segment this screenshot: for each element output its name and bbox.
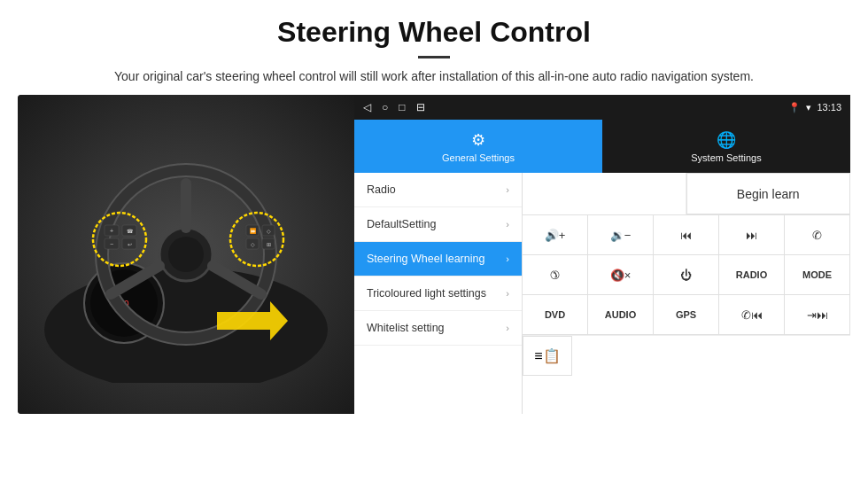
vol-up-icon: 🔊+ <box>545 229 566 242</box>
phone-hang-icon: ✆ <box>546 267 562 283</box>
steering-wheel-svg: 80 + − ☎ ↩ <box>44 126 328 383</box>
vol-up-button[interactable]: 🔊+ <box>522 214 588 255</box>
svg-text:−: − <box>110 241 113 247</box>
control-grid-row3: DVD AUDIO GPS ✆⏮ ⇥⏭ <box>523 295 850 335</box>
control-grid-row1: 🔊+ 🔉− ⏮ ⏭ ✆ <box>523 215 850 255</box>
vol-down-button[interactable]: 🔉− <box>587 214 654 255</box>
radio-button[interactable]: RADIO <box>718 254 785 295</box>
whitelist-icon-button[interactable]: ≡📋 <box>523 336 572 376</box>
begin-learn-row: Begin learn <box>523 173 850 215</box>
right-controls: Begin learn 🔊+ 🔉− ⏮ ⏭ <box>523 173 850 414</box>
menu-item-radio[interactable]: Radio › <box>354 173 522 207</box>
gps-button[interactable]: GPS <box>653 294 719 335</box>
gear-icon: ⚙ <box>471 130 485 150</box>
svg-text:↩: ↩ <box>128 242 132 247</box>
gps-label: GPS <box>676 309 696 320</box>
audio-button[interactable]: AUDIO <box>587 294 654 335</box>
page-header: Steering Wheel Control Your original car… <box>0 0 868 95</box>
whitelist-row: ≡📋 <box>523 335 850 376</box>
chevron-icon: › <box>506 253 509 264</box>
prev-button[interactable]: ⏮ <box>653 214 719 255</box>
tab-general-label: General Settings <box>442 152 515 163</box>
android-panel: ◁ ○ □ ⊟ 📍 ▾ 13:13 ⚙ General Settings 🌐 S… <box>354 95 850 414</box>
recents-icon: □ <box>399 101 405 113</box>
vol-down-icon: 🔉− <box>610 229 632 242</box>
main-content: 80 + − ☎ ↩ <box>0 95 868 414</box>
menu-item-default[interactable]: DefaultSetting › <box>354 207 522 242</box>
chevron-icon: › <box>506 323 509 333</box>
settings-icon: 🌐 <box>717 130 736 150</box>
menu-item-whitelist[interactable]: Whitelist setting › <box>354 311 522 346</box>
menu-item-steering[interactable]: Steering Wheel learning › <box>354 242 522 277</box>
mode-button[interactable]: MODE <box>784 254 850 295</box>
next-button[interactable]: ⏭ <box>718 214 785 255</box>
control-grid-row2: ✆ 🔇× ⏻ RADIO MODE <box>523 255 850 295</box>
phone-next-button[interactable]: ⇥⏭ <box>784 294 850 335</box>
menu-item-tricoloured-label: Tricoloured light settings <box>367 287 506 300</box>
svg-point-7 <box>168 237 204 272</box>
menu-item-steering-label: Steering Wheel learning <box>367 253 506 265</box>
menu-item-whitelist-label: Whitelist setting <box>367 322 506 334</box>
status-bar-nav: ◁ ○ □ ⊟ <box>363 101 425 113</box>
status-bar-info: 📍 ▾ 13:13 <box>788 102 841 113</box>
menu-controls-area: Radio › DefaultSetting › Steering Wheel … <box>354 173 850 414</box>
prev-icon: ⏮ <box>680 229 692 242</box>
audio-label: AUDIO <box>605 309 636 320</box>
tab-system[interactable]: 🌐 System Settings <box>602 120 850 173</box>
power-button[interactable]: ⏻ <box>653 254 719 295</box>
left-menu: Radio › DefaultSetting › Steering Wheel … <box>354 173 523 414</box>
menu-item-radio-label: Radio <box>367 183 506 196</box>
home-icon: ○ <box>382 101 388 113</box>
whitelist-icon: ≡📋 <box>534 347 560 364</box>
svg-point-0 <box>44 268 328 383</box>
svg-text:⏩: ⏩ <box>250 228 257 235</box>
menu-item-tricoloured[interactable]: Tricoloured light settings › <box>354 277 522 311</box>
phone-answer-icon: ✆ <box>812 229 822 242</box>
car-background: 80 + − ☎ ↩ <box>18 95 354 414</box>
mute-icon: 🔇× <box>610 269 632 282</box>
dvd-label: DVD <box>545 309 565 320</box>
page-title: Steering Wheel Control <box>53 16 815 49</box>
wifi-icon: ▾ <box>806 102 811 113</box>
radio-label: RADIO <box>736 269 767 280</box>
tab-bar: ⚙ General Settings 🌐 System Settings <box>354 120 850 173</box>
svg-text:+: + <box>110 228 113 234</box>
svg-text:◇: ◇ <box>267 229 271 234</box>
phone-prev-icon: ✆⏮ <box>741 308 763 322</box>
mode-label: MODE <box>802 269 832 280</box>
chevron-icon: › <box>506 288 509 299</box>
svg-text:⊞: ⊞ <box>267 242 271 247</box>
tab-system-label: System Settings <box>691 152 761 163</box>
chevron-icon: › <box>506 184 509 195</box>
header-divider <box>418 56 450 58</box>
back-icon: ◁ <box>363 101 371 113</box>
car-image-section: 80 + − ☎ ↩ <box>18 95 354 414</box>
power-icon: ⏻ <box>680 269 692 282</box>
menu-icon: ⊟ <box>416 101 425 113</box>
phone-prev-button[interactable]: ✆⏮ <box>718 294 785 335</box>
svg-text:◇: ◇ <box>251 242 255 247</box>
begin-learn-label: Begin learn <box>737 187 800 201</box>
dvd-button[interactable]: DVD <box>522 294 588 335</box>
header-subtitle: Your original car's steering wheel contr… <box>53 67 815 86</box>
status-time: 13:13 <box>817 102 841 113</box>
status-bar: ◁ ○ □ ⊟ 📍 ▾ 13:13 <box>354 95 850 120</box>
begin-learn-empty <box>523 173 686 214</box>
svg-text:☎: ☎ <box>127 229 134 234</box>
tab-general[interactable]: ⚙ General Settings <box>354 120 602 173</box>
mute-button[interactable]: 🔇× <box>587 254 654 295</box>
location-icon: 📍 <box>788 102 801 113</box>
menu-item-default-label: DefaultSetting <box>367 218 506 230</box>
phone-hang-button[interactable]: ✆ <box>522 254 588 295</box>
next-icon: ⏭ <box>746 229 757 242</box>
phone-answer-button[interactable]: ✆ <box>784 214 850 255</box>
begin-learn-button[interactable]: Begin learn <box>686 173 851 214</box>
phone-next-icon: ⇥⏭ <box>807 308 828 322</box>
chevron-icon: › <box>506 219 509 230</box>
